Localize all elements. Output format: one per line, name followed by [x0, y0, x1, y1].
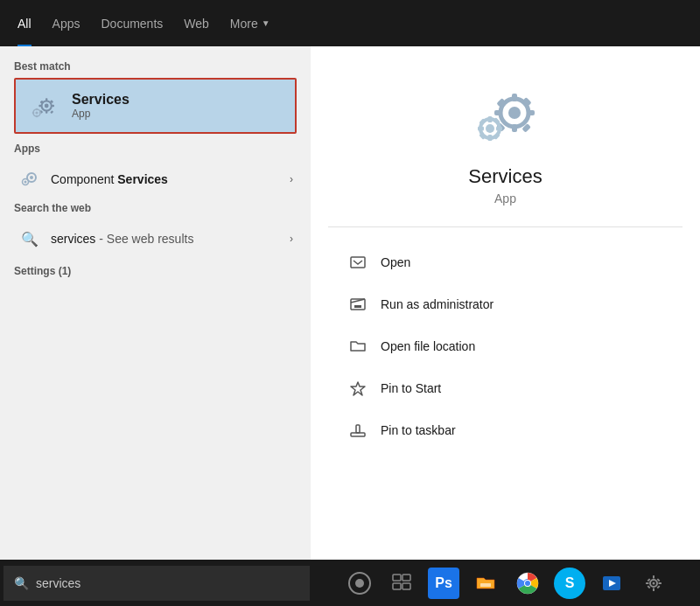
svg-rect-68 — [648, 585, 651, 589]
chrome-icon[interactable] — [512, 568, 543, 599]
action-run-as-admin[interactable]: Run as administrator — [346, 283, 665, 325]
svg-rect-33 — [487, 135, 492, 141]
skype-icon[interactable]: S — [554, 568, 585, 599]
svg-rect-62 — [653, 588, 654, 591]
svg-rect-49 — [402, 575, 410, 581]
svg-point-19 — [24, 181, 27, 184]
taskbar-search-box[interactable]: 🔍 services — [4, 566, 310, 601]
right-app-name: Services — [468, 165, 542, 188]
left-panel: All Apps Documents Web More ▼ Best match — [0, 0, 311, 560]
admin-icon — [346, 292, 370, 317]
svg-point-21 — [508, 107, 521, 119]
svg-point-17 — [30, 176, 33, 179]
svg-rect-25 — [527, 110, 535, 115]
action-open-file-location[interactable]: Open file location — [346, 325, 665, 367]
svg-rect-15 — [39, 112, 41, 114]
svg-rect-66 — [657, 585, 661, 589]
svg-point-60 — [653, 582, 655, 584]
windows-media-icon[interactable] — [596, 568, 627, 599]
svg-rect-51 — [402, 583, 410, 589]
svg-rect-22 — [512, 94, 517, 101]
apps-section-label: Apps — [14, 143, 297, 155]
file-explorer-icon[interactable] — [470, 568, 501, 599]
best-match-services[interactable]: Services App — [14, 78, 297, 134]
tab-apps[interactable]: Apps — [42, 0, 91, 46]
svg-rect-63 — [646, 582, 649, 584]
pin-to-taskbar-label: Pin to taskbar — [381, 423, 456, 437]
svg-rect-45 — [356, 425, 360, 433]
pin-taskbar-icon — [346, 418, 370, 442]
services-name: Services — [72, 92, 130, 108]
action-pin-to-taskbar[interactable]: Pin to taskbar — [346, 409, 665, 451]
svg-rect-4 — [38, 105, 41, 107]
action-open[interactable]: Open — [346, 241, 665, 283]
folder-icon — [346, 334, 370, 359]
web-query: services — [51, 232, 95, 246]
right-app-type: App — [494, 192, 516, 205]
taskbar-icons: Ps S — [313, 568, 700, 599]
tabs-bar: All Apps Documents Web More ▼ — [0, 0, 311, 46]
web-arrow-icon: › — [290, 233, 293, 245]
svg-rect-12 — [36, 108, 38, 110]
best-match-label: Best match — [14, 60, 297, 73]
tab-all[interactable]: All — [7, 0, 42, 46]
svg-rect-35 — [496, 127, 502, 131]
svg-rect-50 — [393, 583, 401, 589]
taskbar-search-text: services — [36, 576, 80, 590]
open-label: Open — [381, 255, 410, 269]
left-content: Best match — [0, 46, 311, 560]
services-large-icon — [471, 81, 541, 151]
svg-rect-40 — [351, 257, 365, 268]
svg-rect-64 — [659, 582, 662, 584]
task-view-button[interactable] — [386, 568, 417, 599]
cortana-button[interactable] — [344, 568, 375, 599]
right-top-bar — [311, 0, 700, 46]
right-panel: Services App Open — [311, 0, 700, 560]
run-as-admin-label: Run as administrator — [381, 297, 494, 311]
svg-rect-3 — [46, 111, 47, 114]
taskbar-search-icon: 🔍 — [14, 576, 29, 590]
svg-rect-34 — [478, 127, 484, 131]
svg-rect-14 — [32, 112, 34, 114]
taskbar: 🔍 services Ps — [0, 560, 700, 606]
svg-rect-23 — [512, 124, 517, 132]
action-list: Open Run as administrator — [328, 241, 682, 451]
svg-point-47 — [355, 579, 364, 588]
component-services-arrow: › — [290, 173, 293, 185]
svg-rect-42 — [354, 305, 361, 308]
settings-label: Settings (1) — [14, 265, 297, 277]
right-content: Services App Open — [311, 46, 700, 560]
open-icon — [346, 250, 370, 275]
svg-rect-2 — [46, 98, 47, 101]
svg-rect-48 — [393, 575, 401, 581]
svg-rect-5 — [52, 105, 54, 107]
svg-rect-7 — [50, 110, 53, 114]
svg-rect-52 — [480, 583, 491, 587]
web-section-label: Search the web — [14, 202, 297, 214]
component-services-icon — [18, 167, 42, 192]
open-file-location-label: Open file location — [381, 339, 475, 353]
services-icon — [26, 88, 61, 123]
services-type: App — [72, 108, 130, 120]
component-services-item[interactable]: Component Services › — [14, 160, 297, 199]
svg-point-1 — [45, 104, 49, 108]
search-icon: 🔍 — [18, 226, 42, 251]
svg-rect-61 — [653, 575, 654, 579]
pin-start-icon — [346, 376, 370, 401]
photoshop-icon[interactable]: Ps — [428, 568, 459, 599]
settings-icon[interactable] — [638, 568, 669, 599]
tab-documents[interactable]: Documents — [90, 0, 173, 46]
web-search-item[interactable]: 🔍 services - See web results › — [14, 219, 297, 258]
see-web-results: - See web results — [95, 232, 193, 246]
divider — [328, 226, 682, 227]
svg-rect-24 — [494, 110, 502, 115]
svg-point-31 — [486, 124, 494, 133]
svg-rect-13 — [36, 115, 38, 117]
tab-web[interactable]: Web — [173, 0, 220, 46]
action-pin-to-start[interactable]: Pin to Start — [346, 367, 665, 409]
chevron-down-icon: ▼ — [262, 18, 270, 28]
pin-to-start-label: Pin to Start — [381, 381, 441, 395]
tab-more[interactable]: More ▼ — [220, 0, 281, 46]
component-services-label: Component Services — [51, 172, 290, 186]
svg-rect-32 — [487, 116, 492, 122]
